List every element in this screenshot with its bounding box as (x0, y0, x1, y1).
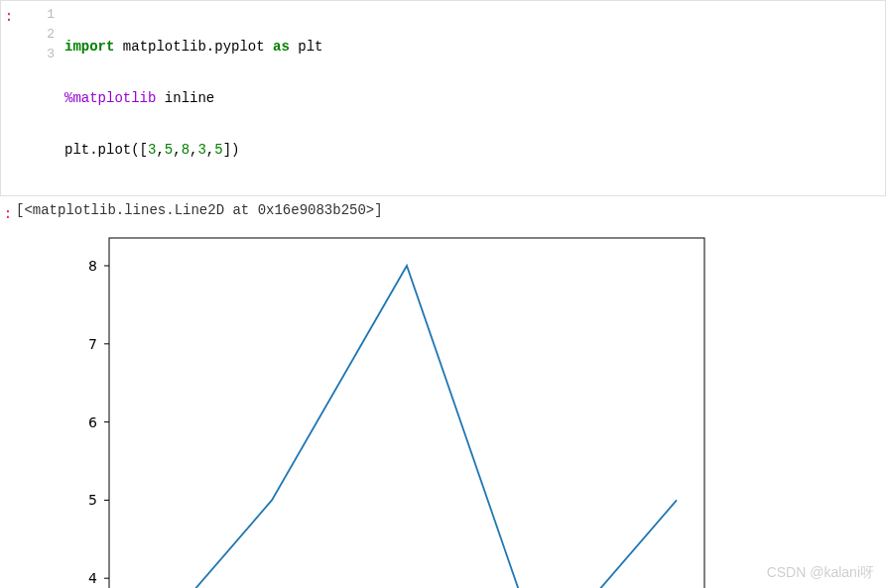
line-number: 1 (17, 5, 55, 25)
line-chart: 345678 (40, 228, 714, 588)
line-number: 2 (17, 25, 55, 45)
output-prompt: : (0, 202, 16, 222)
chart-series-line (137, 266, 677, 588)
line-number-gutter: 1 2 3 (17, 5, 64, 191)
code-body[interactable]: import matplotlib.pyplot as plt %matplot… (64, 5, 885, 191)
y-tick-label: 6 (88, 414, 97, 430)
y-axis-ticks: 345678 (88, 258, 109, 588)
chart-figure: 345678 (40, 228, 886, 588)
y-tick-label: 4 (88, 570, 97, 586)
output-row: : [<matplotlib.lines.Line2D at 0x16e9083… (0, 202, 886, 222)
line-number: 3 (17, 45, 55, 64)
plot-frame (109, 238, 704, 588)
code-line: import matplotlib.pyplot as plt (64, 37, 885, 57)
plot-area: 345678 (88, 238, 704, 588)
watermark: CSDN @kalani呀 (767, 564, 874, 582)
y-tick-label: 5 (88, 492, 97, 508)
code-cell: : 1 2 3 import matplotlib.pyplot as plt … (0, 0, 886, 196)
y-tick-label: 7 (88, 336, 97, 352)
y-tick-label: 8 (88, 258, 97, 274)
code-line: %matplotlib inline (64, 88, 885, 108)
output-text: [<matplotlib.lines.Line2D at 0x16e9083b2… (16, 202, 383, 222)
input-prompt: : (1, 5, 17, 191)
code-line: plt.plot([3,5,8,3,5]) (64, 140, 885, 160)
